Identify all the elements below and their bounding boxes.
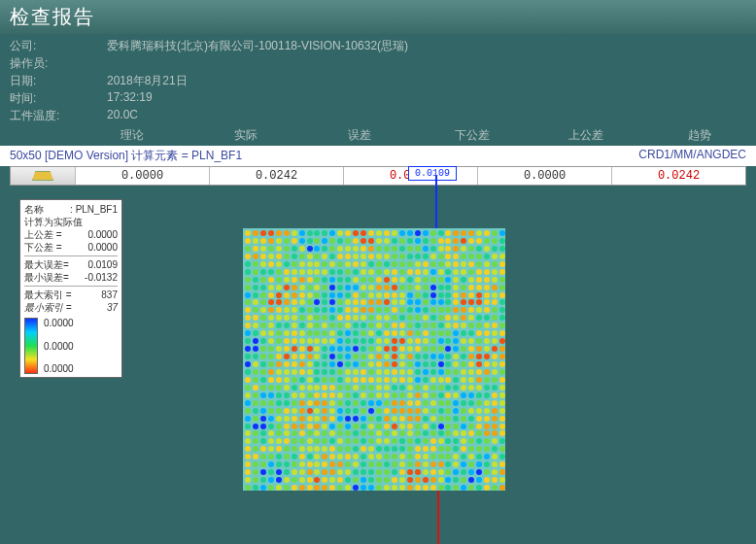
subheader-right: CRD1/MM/ANGDEC [638,148,746,164]
legend-maxidx-label: 最大索引 = [24,289,72,301]
cell-theoretical: 0.0000 [75,167,209,185]
legend-maxidx: 837 [101,289,118,301]
flatness-icon [11,167,75,185]
time-label: 时间: [10,90,107,107]
min-indicator-line [437,491,439,544]
date-label: 日期: [10,73,107,89]
subheader: 50x50 [DEMO Version] 计算元素 = PLN_BF1 CRD1… [0,146,756,166]
legend-maxerr: 0.0109 [87,258,118,271]
col-error: 误差 [302,127,416,144]
max-annotation: 0.0109 [408,166,457,181]
report-info: 公司: 爱科腾瑞科技(北京)有限公司-100118-VISION-10632(思… [0,34,756,124]
data-row: 0.0000 0.0242 0.0242 0.0000 0.0242 [10,166,746,186]
col-trend: 趋势 [642,127,756,144]
colorbar-gradient [24,318,38,374]
operator-label: 操作员: [10,55,107,72]
heatmap [243,228,505,491]
title-bar: 检查报告 [0,0,756,34]
legend-calc-label: 计算为实际值 [24,216,83,228]
legend-name-label: 名称 [24,203,44,216]
col-actual: 实际 [189,127,303,144]
col-lower-tol: 下公差 [416,127,530,144]
col-theoretical: 理论 [76,127,189,144]
colorbar-tick-mid: 0.0000 [44,341,74,352]
legend-panel: 名称: PLN_BF1 计算为实际值 上公差 =0.0000 下公差 =0.00… [19,199,122,378]
legend-upper-label: 上公差 = [24,228,62,241]
temp-value: 20.0C [107,108,138,124]
legend-minidx-label: 最小索引 = [24,301,72,314]
legend-minidx: 37 [107,301,118,314]
date-value: 2018年8月21日 [107,73,188,89]
legend-name: : PLN_BF1 [70,203,118,216]
legend-upper: 0.0000 [87,228,118,241]
column-header: 理论 实际 误差 下公差 上公差 趋势 [0,125,756,146]
time-value: 17:32:19 [107,90,153,107]
company-label: 公司: [10,38,107,54]
cell-upper-tol: 0.0242 [611,167,745,185]
cell-actual: 0.0242 [209,167,343,185]
legend-minerr: -0.0132 [85,271,118,284]
temp-label: 工件温度: [10,108,107,124]
colorbar-tick-bot: 0.0000 [44,363,74,374]
legend-maxerr-label: 最大误差= [24,258,69,271]
company-value: 爱科腾瑞科技(北京)有限公司-100118-VISION-10632(思瑞) [107,38,408,54]
colorbar: 0.0000 0.0000 0.0000 [24,318,118,374]
report-title: 检查报告 [10,6,95,27]
chart-area: 名称: PLN_BF1 计算为实际值 上公差 =0.0000 下公差 =0.00… [0,189,756,544]
legend-lower-label: 下公差 = [24,241,62,254]
subheader-left: 50x50 [DEMO Version] 计算元素 = PLN_BF1 [10,148,242,164]
legend-minerr-label: 最小误差= [24,271,69,284]
colorbar-tick-top: 0.0000 [44,318,74,328]
col-upper-tol: 上公差 [530,127,643,144]
cell-lower-tol: 0.0000 [477,167,611,185]
legend-lower: 0.0000 [87,241,118,254]
